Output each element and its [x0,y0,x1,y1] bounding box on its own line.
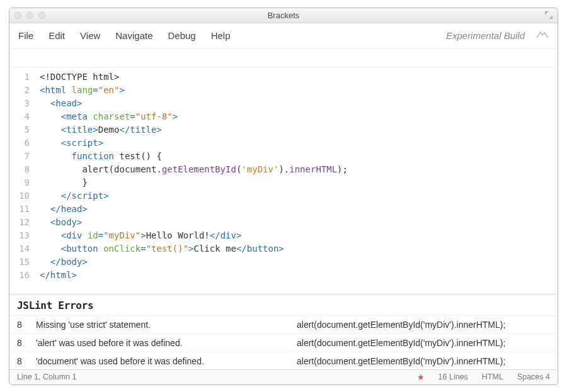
code-line[interactable]: } [40,176,558,189]
line-number: 16 [9,269,30,282]
error-message: 'document' was used before it was define… [36,356,297,366]
fullscreen-icon[interactable] [545,11,553,19]
extension-manager-icon[interactable] [536,30,549,41]
line-number: 8 [9,163,30,176]
menu-item-edit[interactable]: Edit [49,30,65,41]
code-line[interactable]: </body> [40,255,558,269]
minimize-window-button[interactable] [26,12,33,19]
line-number: 2 [9,84,30,97]
code-content[interactable]: <!DOCTYPE html><html lang="en"> <head> <… [36,70,558,294]
jslint-panel-title: JSLint Errors [9,294,558,316]
titlebar: Brackets [9,8,558,23]
line-number: 11 [9,203,30,216]
line-number: 7 [9,150,30,163]
menubar: FileEditViewNavigateDebugHelp Experiment… [9,23,558,48]
jslint-error-row[interactable]: 8'document' was used before it was defin… [9,352,558,369]
line-number: 15 [9,255,30,269]
line-number: 1 [9,70,30,84]
code-line[interactable]: <div id="myDiv">Hello World!</div> [40,229,558,242]
document-header [9,48,558,67]
code-line[interactable]: <script> [40,137,558,150]
line-number: 6 [9,137,30,150]
code-line[interactable]: function test() { [40,150,558,163]
window-title: Brackets [9,11,558,20]
language-mode[interactable]: HTML [482,372,503,381]
code-line[interactable]: <!DOCTYPE html> [40,70,558,84]
cursor-position[interactable]: Line 1, Column 1 [17,372,77,381]
code-line[interactable]: alert(document.getElementById('myDiv').i… [40,163,558,176]
line-number: 10 [9,189,30,203]
code-line[interactable]: <meta charset="utf-8"> [40,110,558,123]
zoom-window-button[interactable] [38,12,45,19]
menu-item-help[interactable]: Help [211,30,231,41]
line-number: 3 [9,97,30,110]
menu-item-file[interactable]: File [18,30,33,41]
line-count: 16 Lines [438,372,468,381]
statusbar: Line 1, Column 1 ★ 16 Lines HTML Spaces … [9,369,558,384]
window-controls [14,12,45,19]
error-evidence: alert(document.getElementById('myDiv').i… [297,320,550,330]
error-evidence: alert(document.getElementById('myDiv').i… [297,338,550,348]
line-number: 13 [9,229,30,242]
line-number: 12 [9,216,30,229]
code-line[interactable]: <head> [40,97,558,110]
code-line[interactable]: </head> [40,203,558,216]
error-line-number: 8 [17,320,36,330]
close-window-button[interactable] [14,12,21,19]
code-line[interactable]: </html> [40,269,558,282]
line-number: 14 [9,242,30,255]
code-editor[interactable]: 12345678910111213141516 <!DOCTYPE html><… [9,67,558,294]
menu-item-navigate[interactable]: Navigate [115,30,152,41]
code-line[interactable]: <title>Demo</title> [40,123,558,137]
code-line[interactable]: </script> [40,189,558,203]
menu-item-debug[interactable]: Debug [168,30,195,41]
experimental-build-label: Experimental Build [446,30,525,41]
jslint-error-row[interactable]: 8Missing 'use strict' statement.alert(do… [9,316,558,334]
indent-info[interactable]: Spaces 4 [517,372,550,381]
jslint-error-row[interactable]: 8'alert' was used before it was defined.… [9,334,558,352]
code-line[interactable]: <body> [40,216,558,229]
error-message: Missing 'use strict' statement. [36,320,297,330]
jslint-error-list: 8Missing 'use strict' statement.alert(do… [9,316,558,369]
jslint-panel: JSLint Errors 8Missing 'use strict' stat… [9,294,558,369]
line-number: 9 [9,176,30,189]
line-number: 4 [9,110,30,123]
line-number: 5 [9,123,30,137]
code-line[interactable]: <button onClick="test()">Click me</butto… [40,242,558,255]
line-number-gutter: 12345678910111213141516 [9,70,36,294]
error-evidence: alert(document.getElementById('myDiv').i… [297,356,550,366]
app-window: Brackets FileEditViewNavigateDebugHelp E… [9,8,558,385]
menu-item-view[interactable]: View [80,30,100,41]
error-line-number: 8 [17,338,36,348]
jslint-status-icon[interactable]: ★ [417,372,425,382]
error-line-number: 8 [17,356,36,366]
error-message: 'alert' was used before it was defined. [36,338,297,348]
code-line[interactable]: <html lang="en"> [40,84,558,97]
